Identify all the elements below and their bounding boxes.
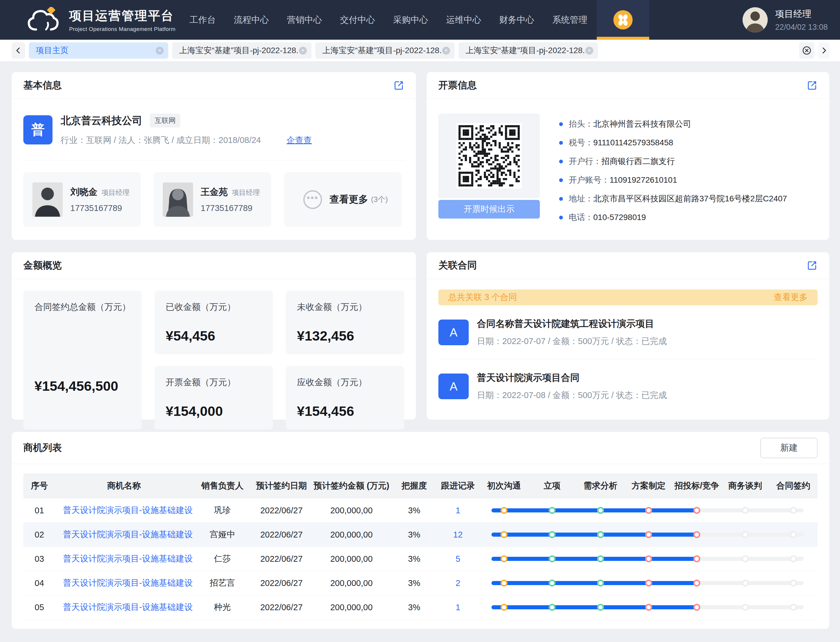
company-avatar: 普 xyxy=(23,115,52,144)
expected-sign-date: 2022/06/27 xyxy=(252,579,311,588)
column-header: 跟进记录 xyxy=(436,480,480,492)
invoice-info-item: 电话：010-57298019 xyxy=(559,208,787,227)
table-row: 05普天设计院演示项目-设施基础建设种光2022/06/27200,000,00… xyxy=(23,595,817,619)
show-when-invoicing-button[interactable]: 开票时候出示 xyxy=(439,200,540,219)
row-index: 03 xyxy=(23,554,55,564)
user-menu[interactable]: 项目经理 22/04/02 13:08 xyxy=(743,7,828,32)
nav-item[interactable]: 系统管理 xyxy=(552,14,588,26)
apps-button[interactable] xyxy=(597,0,649,40)
nav-item[interactable]: 流程中心 xyxy=(234,14,269,26)
tab-close-icon[interactable]: ✕ xyxy=(442,47,450,55)
nav-item[interactable]: 工作台 xyxy=(189,14,216,26)
opportunity-name-link[interactable]: 普天设计院演示项目-设施基础建设 xyxy=(55,553,193,565)
contracts-count-text: 总共关联 3 个合同 xyxy=(448,292,517,303)
stage-dot-green xyxy=(549,604,556,611)
amounts-title: 金额概览 xyxy=(23,259,62,272)
confidence: 3% xyxy=(392,603,436,612)
user-role: 项目经理 xyxy=(775,8,828,20)
nav-item[interactable]: 营销中心 xyxy=(287,14,322,26)
column-header: 序号 xyxy=(23,480,55,492)
contract-name: 普天设计院演示项目合同 xyxy=(477,371,667,384)
contracts-view-more-link[interactable]: 查看更多 xyxy=(774,292,808,303)
tab[interactable]: 上海宝安“基建”项目-pj-2022-128...✕ xyxy=(172,42,311,58)
stage-dot-gray xyxy=(742,531,749,538)
stage-dot-red xyxy=(693,604,700,611)
tab-close-icon[interactable]: ✕ xyxy=(585,47,593,55)
follow-up-count-link[interactable]: 2 xyxy=(436,579,480,588)
invoice-external-link-icon[interactable] xyxy=(806,80,817,91)
stage-dot-green xyxy=(597,580,604,587)
nav-item[interactable]: 财务中心 xyxy=(499,14,534,26)
tabs-next-button[interactable] xyxy=(818,42,830,58)
stage-dot-red xyxy=(693,531,700,538)
column-header: 预计签约日期 xyxy=(252,480,311,492)
tab[interactable]: 上海宝安“基建”项目-pj-2022-128...✕ xyxy=(315,42,455,58)
member-phone: 17735167789 xyxy=(201,203,260,213)
column-header: 预计签约金额 (万元) xyxy=(311,480,392,492)
nav-item[interactable]: 采购中心 xyxy=(393,14,428,26)
contract-item[interactable]: A普天设计院演示项目合同日期：2022-07-08 / 金额：500万元 / 状… xyxy=(439,359,817,413)
confidence: 3% xyxy=(392,579,436,588)
follow-up-count-link[interactable]: 1 xyxy=(436,506,480,516)
expected-sign-date: 2022/06/27 xyxy=(252,506,311,516)
amount-tile: 合同签约总金额（万元）¥154,456,500 xyxy=(23,291,142,430)
top-nav: 项目运营管理平台 Project Operations Management P… xyxy=(0,0,840,40)
member-name: 王金苑 xyxy=(201,186,228,198)
tab[interactable]: 上海宝安“基建”项目-pj-2022-128...✕ xyxy=(458,42,598,58)
nav-item[interactable]: 交付中心 xyxy=(340,14,375,26)
tab-label: 上海宝安“基建”项目-pj-2022-128... xyxy=(466,45,585,56)
follow-up-count-link[interactable]: 1 xyxy=(436,603,480,612)
stage-progress xyxy=(480,523,817,547)
table-body: 01普天设计院演示项目-设施基础建设巩珍2022/06/27200,000,00… xyxy=(23,498,817,619)
member-role: 项目经理 xyxy=(232,188,260,197)
tab[interactable]: 项目主页✕ xyxy=(29,42,168,58)
sales-owner: 宫娅中 xyxy=(193,529,252,540)
stage-dot-red xyxy=(693,507,700,514)
opportunity-name-link[interactable]: 普天设计院演示项目-设施基础建设 xyxy=(55,504,193,516)
amount-value: ¥154,456 xyxy=(297,403,393,419)
invoice-card: 开票信息 开票时候出示 抬头：北京神州普云科技有限公司税号：9111011425… xyxy=(427,72,829,240)
stage-dot-red xyxy=(645,580,652,587)
opportunity-name-link[interactable]: 普天设计院演示项目-设施基础建设 xyxy=(55,601,193,613)
stage-dot-green xyxy=(597,531,604,538)
tabs-prev-button[interactable] xyxy=(12,42,25,58)
stage-dot-red xyxy=(645,507,652,514)
invoice-item-value: 北京市昌平区科技园区超前路37号院16号楼2层C2407 xyxy=(593,193,787,204)
contracts-external-link-icon[interactable] xyxy=(806,260,817,271)
stage-dot-red xyxy=(693,580,700,587)
member-card[interactable]: 王金苑项目经理17735167789 xyxy=(154,172,271,227)
follow-up-count-link[interactable]: 5 xyxy=(436,554,480,564)
table-row: 04普天设计院演示项目-设施基础建设招艺言2022/06/27200,000,0… xyxy=(23,571,817,595)
close-all-tabs-button[interactable] xyxy=(799,42,814,58)
expected-sign-date: 2022/06/27 xyxy=(252,554,311,564)
stage-dot-gray xyxy=(742,580,749,587)
table-row: 03普天设计院演示项目-设施基础建设仁莎2022/06/27200,000,00… xyxy=(23,547,817,571)
avatar xyxy=(743,7,768,32)
tab-close-icon[interactable]: ✕ xyxy=(156,47,163,55)
nav-item[interactable]: 运维中心 xyxy=(446,14,481,26)
member-card[interactable]: 刘晓金项目经理17735167789 xyxy=(23,172,141,227)
contract-meta: 日期：2022-07-08 / 金额：500万元 / 状态：已完成 xyxy=(477,389,667,401)
opportunity-name-link[interactable]: 普天设计院演示项目-设施基础建设 xyxy=(55,529,193,540)
opportunity-name-link[interactable]: 普天设计院演示项目-设施基础建设 xyxy=(55,577,193,589)
stage-dot-amber xyxy=(500,531,508,538)
tab-close-icon[interactable]: ✕ xyxy=(299,47,307,55)
confidence: 3% xyxy=(392,530,436,540)
confidence: 3% xyxy=(392,554,436,564)
qichacha-link[interactable]: 企查查 xyxy=(286,135,312,146)
contract-item[interactable]: A合同名称普天设计院建筑工程设计演示项目日期：2022-07-07 / 金额：5… xyxy=(439,305,817,359)
basic-info-external-link-icon[interactable] xyxy=(393,80,404,91)
bullet-dot-icon xyxy=(559,216,563,219)
stage-dot-gray xyxy=(790,555,797,563)
invoice-title: 开票信息 xyxy=(439,79,477,92)
view-more-members-button[interactable]: ••• 查看更多 (3个) xyxy=(284,172,401,227)
new-opportunity-button[interactable]: 新建 xyxy=(761,438,817,458)
stage-dot-gray xyxy=(790,604,797,611)
amounts-card: 金额概览 合同签约总金额（万元）¥154,456,500已收金额（万元）¥54,… xyxy=(12,252,416,420)
member-info: 王金苑项目经理17735167789 xyxy=(201,186,260,213)
member-list: 刘晓金项目经理17735167789王金苑项目经理17735167789 •••… xyxy=(23,172,404,227)
stage-dot-red xyxy=(645,531,652,538)
expected-sign-date: 2022/06/27 xyxy=(252,530,311,540)
follow-up-count-link[interactable]: 12 xyxy=(436,530,480,540)
chevron-left-icon xyxy=(15,47,22,54)
